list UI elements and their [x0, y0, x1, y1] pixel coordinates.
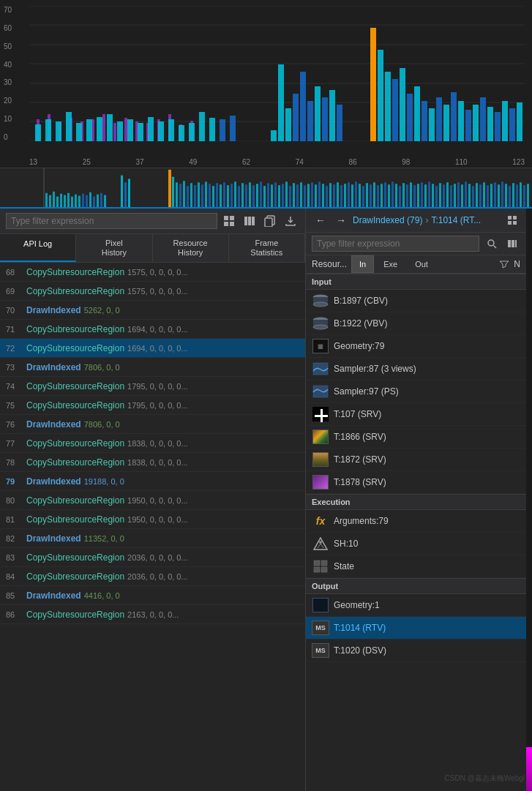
log-num: 86: [6, 610, 26, 619]
resource-row[interactable]: ▦ Geometry:79: [306, 335, 526, 358]
svg-rect-70: [495, 112, 501, 141]
log-row[interactable]: 77 CopySubresourceRegion 1838, 0, 0, 0, …: [0, 434, 305, 453]
log-row[interactable]: 68 CopySubresourceRegion 1575, 0, 0, 0, …: [0, 263, 305, 282]
log-name: DrawIndexed: [26, 362, 81, 372]
log-row[interactable]: 69 CopySubresourceRegion 1575, 0, 0, 0, …: [0, 282, 305, 301]
log-row[interactable]: 80 CopySubresourceRegion 1950, 0, 0, 0, …: [0, 491, 305, 510]
filter-input[interactable]: [6, 213, 217, 229]
state-icon: [313, 560, 328, 573]
log-row[interactable]: 86 CopySubresourceRegion 2163, 0, 0, 0..…: [0, 605, 305, 624]
back-button[interactable]: ←: [312, 213, 329, 228]
resource-list[interactable]: Input B:1897 (CBV): [306, 274, 526, 791]
svg-rect-48: [307, 101, 313, 141]
log-row[interactable]: 76 DrawIndexed 7806, 0, 0: [0, 415, 305, 434]
resource-row[interactable]: Sampler:87 (3 views): [306, 358, 526, 380]
resource-row[interactable]: T:1872 (SRV): [306, 449, 526, 471]
resource-label: T:107 (SRV): [334, 409, 381, 419]
log-row[interactable]: 85 DrawIndexed 4416, 0, 0: [0, 586, 305, 605]
log-row-79[interactable]: 79 DrawIndexed 19188, 0, 0: [0, 472, 305, 491]
svg-rect-185: [498, 184, 500, 207]
svg-rect-114: [238, 186, 240, 207]
breadcrumb-rtv[interactable]: T:1014 (RT...: [431, 215, 481, 225]
forward-button[interactable]: →: [332, 213, 350, 228]
log-row[interactable]: 73 DrawIndexed 7806, 0, 0: [0, 358, 305, 377]
resource-label: Sampler:97 (PS): [334, 386, 399, 397]
resource-row[interactable]: fx Arguments:79: [306, 510, 526, 533]
svg-rect-104: [201, 184, 203, 207]
resource-row[interactable]: Sampler:97 (PS): [306, 380, 526, 403]
resource-row[interactable]: T:107 (SRV): [306, 403, 526, 426]
log-row[interactable]: 71 CopySubresourceRegion 1694, 0, 0, 0, …: [0, 320, 305, 339]
filter-columns-btn[interactable]: [241, 214, 258, 228]
breadcrumb-draw[interactable]: DrawIndexed (79): [353, 215, 422, 225]
right-icon-btn[interactable]: [504, 214, 520, 227]
resource-row[interactable]: MS T:1020 (DSV): [306, 640, 526, 662]
resource-row[interactable]: State: [306, 555, 526, 578]
svg-rect-36: [168, 119, 174, 141]
svg-rect-176: [465, 181, 467, 207]
log-name: CopySubresourceRegion: [26, 495, 124, 506]
log-row[interactable]: 81 CopySubresourceRegion 1950, 0, 0, 0, …: [0, 510, 305, 529]
resource-row-selected[interactable]: MS T:1014 (RTV): [306, 617, 526, 640]
filter-copy-btn[interactable]: [261, 214, 279, 228]
ms-icon: MS: [312, 621, 329, 635]
log-row[interactable]: 70 DrawIndexed 5262, 0, 0: [0, 301, 305, 320]
svg-rect-15: [113, 123, 116, 141]
svg-rect-226: [314, 567, 320, 572]
res-tab-in[interactable]: In: [351, 255, 374, 273]
svg-rect-111: [227, 185, 229, 207]
svg-rect-120: [260, 181, 262, 207]
resource-row[interactable]: B:1897 (CBV): [306, 290, 526, 312]
svg-rect-188: [509, 186, 511, 207]
res-filter-btn[interactable]: [496, 258, 512, 271]
res-tab-out[interactable]: Out: [407, 255, 436, 273]
log-row[interactable]: 82 DrawIndexed 11352, 0, 0: [0, 529, 305, 548]
api-log-list[interactable]: 68 CopySubresourceRegion 1575, 0, 0, 0, …: [0, 263, 305, 791]
svg-point-214: [313, 302, 328, 307]
log-row[interactable]: 84 CopySubresourceRegion 2036, 0, 0, 0, …: [0, 567, 305, 586]
svg-rect-100: [187, 186, 189, 207]
svg-rect-196: [224, 222, 228, 226]
svg-rect-110: [223, 182, 225, 207]
tab-api-log[interactable]: API Log: [0, 234, 76, 262]
resource-label: T:1872 (SRV): [334, 454, 386, 465]
svg-rect-88: [93, 197, 95, 207]
log-row[interactable]: 78 CopySubresourceRegion 1838, 0, 0, 0, …: [0, 453, 305, 472]
svg-rect-211: [515, 240, 517, 247]
log-row[interactable]: 75 CopySubresourceRegion 1795, 0, 0, 0, …: [0, 396, 305, 415]
tab-resource-history[interactable]: ResourceHistory: [153, 234, 229, 262]
svg-point-217: [313, 325, 328, 329]
right-extra-btn[interactable]: [504, 237, 520, 250]
filter-thumbnail-btn[interactable]: [220, 214, 238, 228]
svg-rect-152: [377, 185, 379, 207]
resource-row[interactable]: B:1922 (VBV): [306, 312, 526, 335]
svg-rect-102: [194, 185, 196, 207]
svg-rect-52: [337, 105, 342, 141]
log-row[interactable]: 83 CopySubresourceRegion 2036, 0, 0, 0, …: [0, 548, 305, 567]
log-num: 71: [6, 325, 26, 334]
filter-export-btn[interactable]: [282, 214, 299, 228]
tab-pixel-history[interactable]: PixelHistory: [76, 234, 152, 262]
ms2-icon: MS: [312, 643, 329, 658]
log-row[interactable]: 74 CopySubresourceRegion 1795, 0, 0, 0, …: [0, 377, 305, 396]
log-num: 83: [6, 553, 26, 562]
resource-row[interactable]: T:1878 (SRV): [306, 471, 526, 494]
log-params: 1950, 0, 0, 0, 0...: [127, 515, 188, 524]
tab-frame-statistics[interactable]: FrameStatistics: [229, 234, 305, 262]
svg-line-208: [494, 246, 497, 249]
svg-rect-94: [128, 179, 130, 207]
resource-row[interactable]: T:1866 (SRV): [306, 426, 526, 449]
resource-row[interactable]: Geometry:1: [306, 594, 526, 617]
watermark: CSDN @暮志未晚Webgl: [445, 773, 525, 784]
svg-rect-31: [117, 121, 123, 141]
svg-rect-128: [289, 186, 291, 207]
res-tab-exe[interactable]: Exe: [375, 255, 405, 273]
log-name: CopySubresourceRegion: [26, 438, 124, 449]
log-row[interactable]: 72 CopySubresourceRegion 1694, 0, 0, 0, …: [0, 339, 305, 358]
svg-rect-65: [458, 101, 464, 141]
svg-rect-173: [454, 184, 456, 207]
right-search-btn[interactable]: [484, 237, 500, 250]
right-filter-input[interactable]: [312, 236, 479, 252]
svg-rect-161: [410, 182, 412, 207]
resource-row[interactable]: SH:10: [306, 533, 526, 555]
